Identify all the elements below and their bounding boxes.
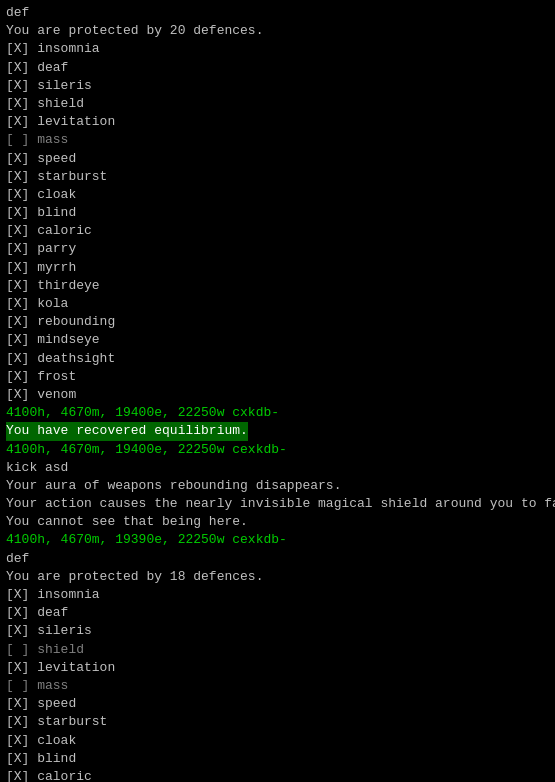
terminal-line: [X] frost — [6, 368, 549, 386]
terminal-line: You are protected by 18 defences. — [6, 568, 549, 586]
terminal-line: [X] blind — [6, 750, 549, 768]
terminal-line: [X] cloak — [6, 186, 549, 204]
terminal-line: [X] insomnia — [6, 586, 549, 604]
terminal-line: 4100h, 4670m, 19400e, 22250w cxkdb- — [6, 404, 549, 422]
terminal-line: [X] blind — [6, 204, 549, 222]
terminal-line: [X] speed — [6, 150, 549, 168]
terminal-line: [X] sileris — [6, 622, 549, 640]
terminal-line: def — [6, 4, 549, 22]
terminal-line: [X] deaf — [6, 59, 549, 77]
terminal-line: You cannot see that being here. — [6, 513, 549, 531]
terminal-line: [X] caloric — [6, 222, 549, 240]
terminal-line: You have recovered equilibrium. — [6, 422, 549, 440]
terminal-line: [X] levitation — [6, 113, 549, 131]
terminal-line: def — [6, 550, 549, 568]
terminal-line: 4100h, 4670m, 19400e, 22250w cexkdb- — [6, 441, 549, 459]
terminal-line: [X] shield — [6, 95, 549, 113]
terminal-line: 4100h, 4670m, 19390e, 22250w cexkdb- — [6, 531, 549, 549]
terminal-line: You are protected by 20 defences. — [6, 22, 549, 40]
terminal-line: [ ] shield — [6, 641, 549, 659]
terminal-line: [X] rebounding — [6, 313, 549, 331]
terminal-line: [X] cloak — [6, 732, 549, 750]
terminal-line: [X] myrrh — [6, 259, 549, 277]
terminal-line: [X] starburst — [6, 713, 549, 731]
terminal-line: [ ] mass — [6, 677, 549, 695]
terminal-line: [X] insomnia — [6, 40, 549, 58]
terminal-line: [X] levitation — [6, 659, 549, 677]
terminal-output: defYou are protected by 20 defences.[X] … — [0, 0, 555, 782]
terminal-line: [X] caloric — [6, 768, 549, 782]
terminal-line: [X] kola — [6, 295, 549, 313]
terminal-line: [X] venom — [6, 386, 549, 404]
terminal-line: Your aura of weapons rebounding disappea… — [6, 477, 549, 495]
terminal-line: [X] starburst — [6, 168, 549, 186]
terminal-line: kick asd — [6, 459, 549, 477]
terminal-line: [X] thirdeye — [6, 277, 549, 295]
terminal-line: Your action causes the nearly invisible … — [6, 495, 549, 513]
terminal-line: [X] parry — [6, 240, 549, 258]
terminal-line: [X] deathsight — [6, 350, 549, 368]
terminal-line: [X] mindseye — [6, 331, 549, 349]
terminal-line: [ ] mass — [6, 131, 549, 149]
terminal-line: [X] sileris — [6, 77, 549, 95]
terminal-line: [X] speed — [6, 695, 549, 713]
terminal-line: [X] deaf — [6, 604, 549, 622]
